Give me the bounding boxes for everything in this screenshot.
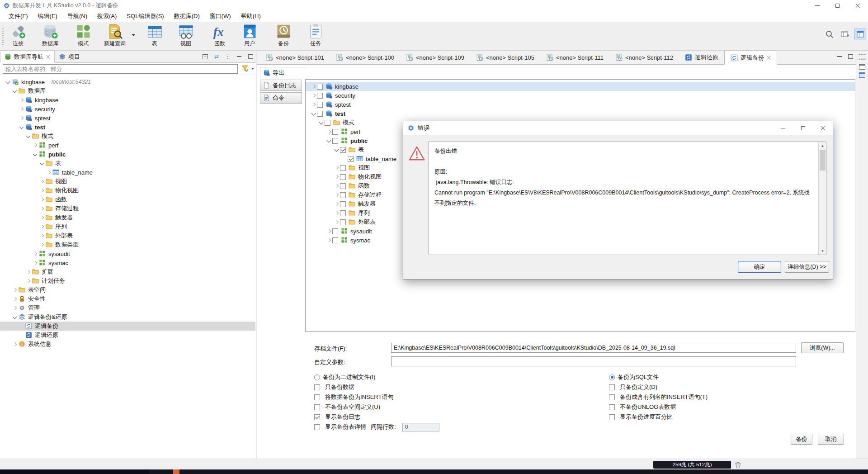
tree-item[interactable]: 逻辑备份&还原 — [0, 313, 255, 322]
tree-item[interactable]: sysmac — [0, 258, 255, 267]
menu-item[interactable]: 编辑(E) — [33, 11, 62, 21]
collapse-icon[interactable] — [310, 110, 317, 117]
dialog-maximize-button[interactable] — [793, 121, 813, 135]
expand-icon[interactable] — [333, 201, 340, 208]
expand-icon[interactable] — [18, 106, 25, 113]
dialog-close-button[interactable] — [813, 121, 833, 135]
tree-checkbox[interactable] — [317, 84, 323, 90]
navigator-tab[interactable]: 项目 — [55, 51, 84, 63]
backup-tree-item[interactable]: sptest — [306, 100, 855, 109]
restore-panes-icon[interactable]: •••••••• — [859, 52, 866, 62]
tree-item[interactable]: 表 — [0, 159, 255, 168]
tree-checkbox[interactable] — [317, 93, 323, 99]
expand-icon[interactable] — [11, 296, 18, 303]
editor-tab[interactable]: <none> Script-112 — [609, 51, 679, 64]
side-button[interactable]: 命令 — [260, 92, 302, 104]
collapse-icon[interactable] — [11, 314, 18, 321]
scroll-thumb[interactable] — [820, 150, 826, 171]
close-icon[interactable] — [767, 56, 771, 60]
expand-icon[interactable] — [11, 287, 18, 294]
menu-item[interactable]: 导航(N) — [62, 11, 92, 21]
window-minimize-button[interactable] — [807, 0, 827, 11]
side-button[interactable]: 备份日志 — [260, 80, 302, 91]
expand-icon[interactable] — [25, 278, 32, 284]
collapse-icon[interactable] — [18, 124, 25, 131]
window-maximize-button[interactable] — [827, 0, 848, 11]
toolbar-button-user[interactable]: 用户 — [232, 23, 267, 47]
checkbox-option[interactable] — [314, 394, 320, 400]
navigator-tab[interactable]: 数据库导航 — [0, 51, 55, 63]
toolbar-button-database-add[interactable]: 数据库 — [33, 23, 67, 47]
collapse-icon[interactable] — [333, 147, 340, 153]
tree-item[interactable]: public — [0, 150, 255, 159]
expand-icon[interactable] — [38, 232, 45, 239]
tree-checkbox[interactable] — [340, 147, 346, 153]
tree-checkbox[interactable] — [348, 156, 354, 162]
link-with-editor-icon[interactable]: ⇄ — [213, 53, 220, 60]
checkbox-option[interactable] — [314, 414, 320, 420]
expand-icon[interactable] — [38, 214, 45, 221]
garbage-collect-icon[interactable] — [734, 461, 742, 469]
checkbox-option[interactable] — [314, 404, 320, 410]
expand-icon[interactable] — [11, 341, 18, 348]
editor-tab[interactable]: <none> Script-109 — [400, 51, 470, 64]
toolbar-button-connect[interactable]: 连接 — [1, 23, 35, 47]
collapse-icon[interactable] — [326, 137, 332, 144]
tree-item[interactable]: 扩展 — [0, 267, 255, 276]
heap-status[interactable]: 259兆 (共 512兆) — [653, 461, 731, 469]
editor-tab[interactable]: <none> Script-100 — [330, 51, 400, 64]
toolbar-button-function[interactable]: fx函数 — [203, 23, 237, 47]
editor-tab[interactable]: <none> Script-111 — [540, 51, 609, 64]
window-close-button[interactable] — [848, 0, 868, 11]
side-button[interactable]: 导出 — [260, 67, 305, 78]
tree-item[interactable]: 外部表 — [0, 231, 255, 240]
tree-checkbox[interactable] — [325, 120, 330, 126]
toolbar-button-view[interactable]: 视图 — [169, 23, 203, 47]
backup-tree-item[interactable]: security — [306, 91, 855, 100]
collapse-all-icon[interactable]: – — [202, 53, 209, 60]
expand-icon[interactable] — [38, 196, 45, 203]
archive-file-input[interactable] — [391, 343, 796, 353]
maximize-panel-icon[interactable] — [247, 53, 254, 60]
tree-item[interactable]: 表空间 — [0, 285, 255, 294]
filter-dropdown-icon[interactable] — [251, 68, 254, 71]
menu-item[interactable]: 帮助(H) — [236, 11, 266, 21]
expand-icon[interactable] — [326, 237, 332, 244]
new-query-dropdown-icon[interactable] — [132, 34, 135, 38]
backup-tree-item[interactable]: test — [306, 109, 855, 118]
tree-item[interactable]: 管理 — [0, 303, 255, 313]
tree-item[interactable]: 系统信息 — [0, 340, 255, 349]
tree-checkbox[interactable] — [332, 129, 338, 135]
expand-icon[interactable] — [32, 251, 38, 257]
editor-tab[interactable]: <none> Script-101 — [260, 51, 330, 64]
tree-item[interactable]: sysaudit — [0, 249, 255, 258]
tree-item[interactable]: 安全性 — [0, 294, 255, 303]
radio-option[interactable] — [314, 374, 320, 380]
checkbox-option[interactable] — [609, 394, 615, 400]
expand-icon[interactable] — [326, 228, 332, 235]
collapse-icon[interactable] — [5, 79, 11, 85]
tree-item[interactable]: 计划任务 — [0, 276, 255, 285]
tree-item[interactable]: 模式 — [0, 132, 255, 141]
perspective-tile-icon[interactable] — [854, 28, 866, 40]
tree-checkbox[interactable] — [317, 102, 323, 108]
dialog-minimize-button[interactable] — [773, 121, 793, 135]
tree-item[interactable]: 序列 — [0, 222, 255, 231]
expand-icon[interactable] — [38, 178, 45, 185]
backup-button[interactable]: 备份 — [791, 434, 812, 445]
toolbar-button-new-query[interactable]: 新建查询 — [98, 23, 132, 47]
tree-item[interactable]: table_name — [0, 168, 255, 177]
tree-item[interactable]: security — [0, 104, 255, 114]
restore-view-icon[interactable] — [859, 64, 865, 70]
toolbar-button-backup-clock[interactable]: 备份 — [266, 23, 301, 47]
radio-option[interactable] — [609, 374, 615, 380]
collapse-icon[interactable] — [11, 88, 18, 95]
tree-item[interactable]: 数据库 — [0, 86, 255, 95]
menu-item[interactable]: 搜索(A) — [92, 11, 122, 21]
tree-item[interactable]: test — [0, 123, 255, 132]
tree-item[interactable]: kingbase — [0, 95, 255, 104]
scroll-down-icon[interactable]: ▼ — [819, 247, 826, 255]
interval-rows-input[interactable]: 0 — [402, 423, 439, 431]
expand-icon[interactable] — [38, 223, 45, 230]
checkbox-option[interactable] — [609, 384, 615, 390]
